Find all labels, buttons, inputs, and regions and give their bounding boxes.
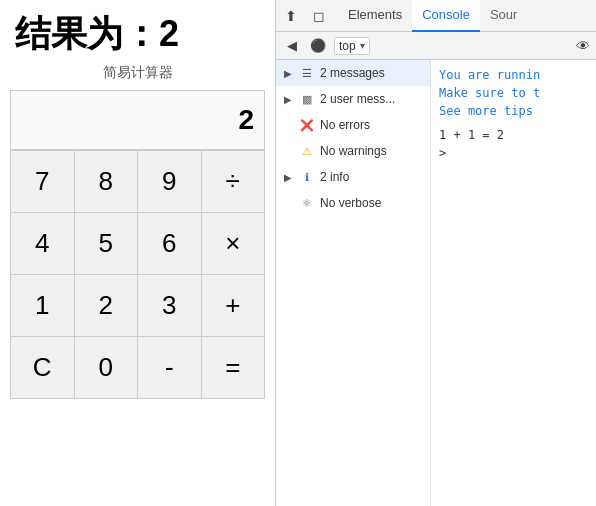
btn-2[interactable]: 2 <box>75 275 139 337</box>
device-icon[interactable]: ◻ <box>308 5 330 27</box>
calculator-panel: 结果为：2 简易计算器 2 7 8 9 ÷ 4 5 6 × 1 2 3 + C … <box>0 0 275 506</box>
btn-plus[interactable]: + <box>202 275 266 337</box>
btn-clear[interactable]: C <box>11 337 75 399</box>
console-item-user[interactable]: ▶ ▩ 2 user mess... <box>276 86 430 112</box>
btn-5[interactable]: 5 <box>75 213 139 275</box>
result-display: 结果为：2 <box>15 10 179 59</box>
btn-multiply[interactable]: × <box>202 213 266 275</box>
messages-label: 2 messages <box>320 66 385 80</box>
console-result: 1 + 1 = 2 <box>439 128 588 142</box>
chevron-down-icon: ▾ <box>360 40 365 51</box>
tab-console[interactable]: Console <box>412 0 480 32</box>
user-icon: ▩ <box>300 92 314 106</box>
tab-elements[interactable]: Elements <box>338 0 412 32</box>
block-icon[interactable]: ⚫ <box>308 36 328 56</box>
console-line-2: Make sure to t <box>439 84 588 102</box>
tab-icon-group: ⬆ ◻ <box>280 5 330 27</box>
info-label: 2 info <box>320 170 349 184</box>
console-sidebar: ▶ ☰ 2 messages ▶ ▩ 2 user mess... ❌ No e… <box>276 60 431 506</box>
devtools-body: ▶ ☰ 2 messages ▶ ▩ 2 user mess... ❌ No e… <box>276 60 596 506</box>
arrow-messages: ▶ <box>284 68 294 79</box>
btn-6[interactable]: 6 <box>138 213 202 275</box>
devtools-panel: ⬆ ◻ Elements Console Sour ◀ ⚫ top ▾ 👁 ▶ … <box>275 0 596 506</box>
eye-icon[interactable]: 👁 <box>576 38 590 54</box>
screen-value: 2 <box>238 104 254 136</box>
console-output: You are runnin Make sure to t See more t… <box>431 60 596 506</box>
devtools-tabs-bar: ⬆ ◻ Elements Console Sour <box>276 0 596 32</box>
warnings-label: No warnings <box>320 144 387 158</box>
btn-7[interactable]: 7 <box>11 151 75 213</box>
btn-8[interactable]: 8 <box>75 151 139 213</box>
user-label: 2 user mess... <box>320 92 395 106</box>
context-value: top <box>339 39 356 53</box>
cursor-icon[interactable]: ⬆ <box>280 5 302 27</box>
btn-1[interactable]: 1 <box>11 275 75 337</box>
error-icon: ❌ <box>300 118 314 132</box>
console-item-messages[interactable]: ▶ ☰ 2 messages <box>276 60 430 86</box>
calculator-subtitle: 简易计算器 <box>103 64 173 82</box>
arrow-user: ▶ <box>284 94 294 105</box>
btn-divide[interactable]: ÷ <box>202 151 266 213</box>
warning-icon: ⚠ <box>300 144 314 158</box>
btn-minus[interactable]: - <box>138 337 202 399</box>
console-item-errors[interactable]: ❌ No errors <box>276 112 430 138</box>
verbose-icon: ⚛ <box>300 196 314 210</box>
calculator-grid: 7 8 9 ÷ 4 5 6 × 1 2 3 + C 0 - = <box>10 150 265 399</box>
info-icon: ℹ <box>300 170 314 184</box>
btn-4[interactable]: 4 <box>11 213 75 275</box>
console-line-1: You are runnin <box>439 66 588 84</box>
arrow-info: ▶ <box>284 172 294 183</box>
btn-3[interactable]: 3 <box>138 275 202 337</box>
verbose-label: No verbose <box>320 196 381 210</box>
tab-sources[interactable]: Sour <box>480 0 527 32</box>
devtools-toolbar: ◀ ⚫ top ▾ 👁 <box>276 32 596 60</box>
errors-label: No errors <box>320 118 370 132</box>
btn-equals[interactable]: = <box>202 337 266 399</box>
btn-9[interactable]: 9 <box>138 151 202 213</box>
console-item-warnings[interactable]: ⚠ No warnings <box>276 138 430 164</box>
calculator-screen: 2 <box>10 90 265 150</box>
context-selector[interactable]: top ▾ <box>334 37 370 55</box>
console-line-3: See more tips <box>439 102 588 120</box>
console-item-verbose[interactable]: ⚛ No verbose <box>276 190 430 216</box>
console-item-info[interactable]: ▶ ℹ 2 info <box>276 164 430 190</box>
messages-icon: ☰ <box>300 66 314 80</box>
back-icon[interactable]: ◀ <box>282 36 302 56</box>
console-prompt[interactable]: > <box>439 146 588 160</box>
btn-0[interactable]: 0 <box>75 337 139 399</box>
